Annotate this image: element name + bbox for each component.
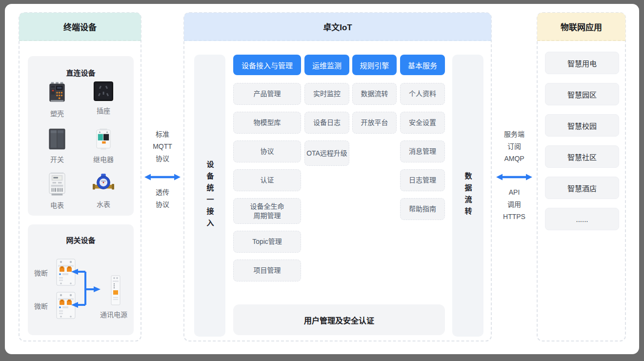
socket-icon xyxy=(94,81,113,103)
column-header-ops-monitoring: 运维监测 xyxy=(304,55,349,75)
device-electric-meter: 电表 xyxy=(33,172,81,209)
left-protocol-connector: 标准 MQTT 协议 透传 协议 xyxy=(141,128,183,211)
feature-box: 个人资料 xyxy=(400,83,445,105)
iot-applications-title: 物联网应用 xyxy=(561,20,602,33)
protocol-text: AMQP xyxy=(492,153,537,165)
protocol-text: 标准 xyxy=(141,128,183,140)
device-label: 开关 xyxy=(50,156,64,163)
gateway-devices-card: 网关设备 微断 微断 通讯电源 xyxy=(28,224,134,335)
app-item-more: ...... xyxy=(545,208,619,230)
feature-box: Topic管理 xyxy=(233,231,301,253)
feature-box: 日志管理 xyxy=(400,169,445,191)
column-header-basic-services: 基本服务 xyxy=(400,55,445,75)
device-socket: 插座 xyxy=(79,81,128,115)
feature-box: 安全设置 xyxy=(400,112,445,134)
feature-box: 帮助指南 xyxy=(400,198,445,220)
protocol-text: 协议 xyxy=(141,153,183,165)
platform-panel: 卓文IoT 设备统一接入 数据流转 设备接入与管理 运维监测 规则引擎 基本服务… xyxy=(183,12,492,341)
terminal-devices-panel: 终端设备 直连设备 xyxy=(19,12,141,341)
feature-box: 消息管理 xyxy=(400,140,445,162)
right-protocol-connector: 服务端 订阅 AMQP API 调用 HTTPS xyxy=(492,128,537,223)
column-header-device-access: 设备接入与管理 xyxy=(233,55,301,75)
device-label: 继电器 xyxy=(93,156,114,163)
feature-box: 数据流转 xyxy=(352,83,397,105)
app-item-smart-community: 智慧社区 xyxy=(545,145,619,168)
feature-box: 协议 xyxy=(233,140,301,162)
feature-box: OTA远程升级 xyxy=(304,140,349,166)
double-arrow-icon xyxy=(496,173,533,181)
device-label: 水表 xyxy=(97,201,110,208)
diagram-canvas: 终端设备 直连设备 xyxy=(5,4,639,354)
feature-box: 实时监控 xyxy=(304,83,349,105)
app-item-smart-campus: 智慧校园 xyxy=(545,114,619,137)
electric-meter-icon xyxy=(49,172,65,198)
user-management-bar: 用户管理及安全认证 xyxy=(233,304,445,335)
protocol-text: 服务端 xyxy=(492,128,537,140)
app-item-smart-hotel: 智慧酒店 xyxy=(545,177,619,199)
device-molded-case: 塑壳 xyxy=(33,81,81,118)
device-label: 插座 xyxy=(97,107,110,115)
iot-applications-panel: 物联网应用 智慧用电 智慧园区 智慧校园 智慧社区 智慧酒店 ...... xyxy=(537,12,626,341)
feature-box: 认证 xyxy=(233,169,301,191)
device-label: 塑壳 xyxy=(50,110,64,118)
protocol-text: HTTPS xyxy=(492,211,537,223)
architecture-diagram: 终端设备 直连设备 xyxy=(0,0,644,361)
iot-applications-header: 物联网应用 xyxy=(537,13,625,41)
device-unified-access-bar: 设备统一接入 xyxy=(194,55,225,337)
direct-devices-card: 直连设备 xyxy=(28,56,134,216)
protocol-text: API xyxy=(492,186,537,199)
double-arrow-icon xyxy=(144,173,181,181)
gateway-connection-arrows xyxy=(28,224,134,335)
protocol-text: 协议 xyxy=(141,199,183,211)
device-relay: 继电器 xyxy=(79,128,128,163)
feature-box: 开放平台 xyxy=(352,112,397,134)
platform-title: 卓文IoT xyxy=(323,20,352,33)
wall-switch-icon xyxy=(49,128,65,152)
protocol-text: 调用 xyxy=(492,199,537,211)
device-switch: 开关 xyxy=(33,128,81,163)
platform-header: 卓文IoT xyxy=(184,13,491,41)
data-flow-bar: 数据流转 xyxy=(452,55,483,337)
device-water-meter: 水表 xyxy=(79,172,128,208)
direct-devices-title: 直连设备 xyxy=(28,67,134,78)
terminal-devices-header: 终端设备 xyxy=(19,13,141,41)
molded-case-breaker-icon xyxy=(49,81,65,106)
app-item-smart-park: 智慧园区 xyxy=(545,83,619,105)
app-item-smart-power: 智慧用电 xyxy=(545,52,619,74)
feature-box: 设备全生命周期管理 xyxy=(233,198,301,224)
device-label: 电表 xyxy=(50,201,64,209)
relay-icon xyxy=(96,128,111,152)
protocol-text: MQTT xyxy=(141,140,183,153)
feature-box: 项目管理 xyxy=(233,260,301,281)
feature-box: 产品管理 xyxy=(233,83,301,105)
water-meter-icon xyxy=(93,172,114,197)
protocol-text: 订阅 xyxy=(492,140,537,153)
column-header-rule-engine: 规则引擎 xyxy=(352,55,397,75)
feature-box: 设备日志 xyxy=(304,112,349,134)
protocol-text: 透传 xyxy=(141,186,183,199)
terminal-devices-title: 终端设备 xyxy=(63,20,97,33)
feature-box: 物模型库 xyxy=(233,112,301,134)
